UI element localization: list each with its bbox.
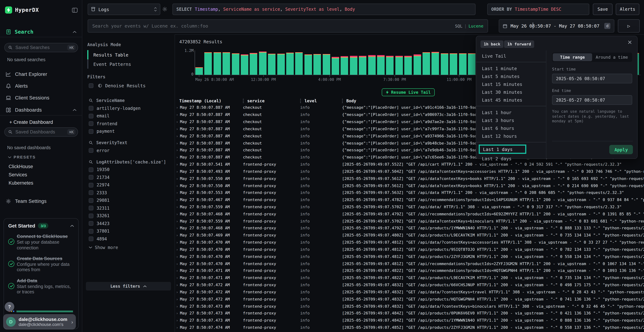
table-row[interactable]: ›May 27 8:50:07.473 AMfrontend-proxyinfo… [175,310,644,317]
expand-row-icon[interactable]: › [175,297,180,301]
table-row[interactable]: ›May 27 8:50:07.474 AMfrontend-proxyinfo… [175,324,644,331]
alerts-button[interactable]: Alerts [616,4,639,15]
histogram-bar[interactable] [214,52,221,75]
source-select[interactable]: Logs [88,4,160,15]
expand-row-icon[interactable]: › [175,326,180,330]
user-card[interactable]: D dale@clickhouse.com dale@clickhouse.co… [3,314,76,330]
table-row[interactable]: ›May 27 8:50:07.471 AMfrontend-proxyinfo… [175,267,644,274]
create-dashboard-button[interactable]: + Create Dashboard [9,120,53,125]
sidebar-collapse-icon[interactable] [72,7,78,13]
less-filters-button[interactable]: Less filters [86,282,171,290]
table-row[interactable]: ›May 27 8:50:07.470 AMfrontend-proxyinfo… [175,246,644,253]
tab-time-range[interactable]: Time range [553,53,592,61]
checkbox[interactable] [89,214,94,218]
checkbox[interactable] [89,175,94,180]
table-row[interactable]: ›May 27 8:50:07.550 AMfrontend-proxyinfo… [175,182,644,189]
filter-option[interactable]: frontend [89,120,170,128]
table-row[interactable]: ›May 27 8:50:07.468 AMfrontend-proxyinfo… [175,210,644,218]
table-row[interactable]: ›May 27 8:50:07.559 AMfrontend-proxyinfo… [175,218,644,225]
column-header-timestamp-local-[interactable]: Timestamp (Local) [175,97,243,104]
filter-option[interactable]: 33261 [89,212,170,220]
histogram-bar[interactable] [304,54,312,75]
analysis-mode-option-event-patterns[interactable]: Event Patterns [87,60,131,69]
table-row[interactable]: ›May 27 8:50:07.471 AMfrontend-proxyinfo… [175,274,644,282]
filter-option[interactable]: 2333 [89,189,170,196]
filter-option[interactable]: 22974 [89,181,170,189]
expand-row-icon[interactable]: › [175,134,180,138]
source-settings-gear-icon[interactable] [162,6,168,12]
chevron-up-icon[interactable] [73,109,76,111]
sql-toggle[interactable]: SQL [455,24,462,28]
histogram-bar[interactable] [286,52,294,75]
histogram-bar[interactable] [377,55,384,75]
histogram-bar[interactable] [232,53,239,75]
expand-row-icon[interactable]: › [175,248,180,252]
order-by-input[interactable]: ORDER BY TimestampTime DESC [487,4,589,15]
histogram-bar[interactable] [450,53,457,75]
preset-item-kubernetes[interactable]: Kubernetes [8,180,33,186]
checkbox[interactable] [89,114,94,118]
filter-option[interactable]: 19350 [89,166,170,174]
expand-row-icon[interactable]: › [175,106,180,110]
filter-option[interactable]: 32311 [89,204,170,212]
sidebar-item-client-sessions[interactable]: Client Sessions [0,93,82,103]
lucene-toggle[interactable]: Lucene [468,24,483,28]
column-resize-handle[interactable] [243,98,244,103]
histogram-bar[interactable] [341,56,348,75]
filter-option[interactable]: artillery-loadgen [89,104,170,112]
checkbox[interactable] [89,122,94,126]
histogram-bar[interactable] [386,56,394,75]
column-resize-handle[interactable] [342,98,343,103]
table-row[interactable]: ›May 27 8:50:07.472 AMfrontend-proxyinfo… [175,282,644,288]
one-hour-forward-button[interactable]: 1h forward [504,40,534,48]
one-hour-back-button[interactable]: 1h back [480,40,504,48]
saved-searches-input[interactable]: Saved Searches ⌘K [4,43,78,52]
run-query-button[interactable]: ▷ [618,19,640,32]
apply-button[interactable]: Apply [610,145,633,154]
expand-row-icon[interactable]: › [175,170,180,174]
table-row[interactable]: ›May 27 8:50:07.472 AMfrontend-proxyinfo… [175,288,644,296]
checkbox[interactable] [89,168,94,172]
expand-row-icon[interactable]: › [175,205,180,209]
histogram-bar[interactable] [277,54,284,75]
sidebar-item-chart-explorer[interactable]: Chart Explorer [0,70,82,79]
table-row[interactable]: ›May 27 8:50:07.469 AMfrontend-proxyinfo… [175,232,644,239]
time-option-last-5-minutes[interactable]: Last 5 minutes [476,72,546,80]
table-row[interactable]: ›May 27 8:50:07.472 AMfrontend-proxyinfo… [175,296,644,303]
expand-row-icon[interactable]: › [175,283,180,287]
expand-row-icon[interactable]: › [175,269,180,273]
histogram-bar[interactable] [222,52,230,75]
end-time-input[interactable]: 2025-05-27 08:50:07 [552,95,632,105]
histogram-bar[interactable] [441,53,448,75]
presets-toggle[interactable]: PRESETS [8,155,36,159]
preset-item-clickhouse[interactable]: ClickHouse [8,164,33,169]
sidebar-item-alerts[interactable]: Alerts [0,81,82,91]
filter-option[interactable]: 21734 [89,174,170,181]
close-icon[interactable]: ✕ [627,39,632,46]
histogram-bar[interactable] [468,53,476,75]
checkbox[interactable] [89,221,94,226]
chevron-up-icon[interactable] [73,30,76,33]
histogram-bar[interactable] [268,54,276,75]
histogram-bar[interactable] [322,54,330,75]
filter-option[interactable]: 37801 [89,227,170,235]
expand-row-icon[interactable]: › [175,262,180,266]
help-button[interactable]: ? [5,302,14,312]
table-row[interactable]: ›May 27 8:50:07.553 AMfrontend-proxyinfo… [175,189,644,196]
table-row[interactable]: ›May 27 8:50:07.541 AMfrontend-proxyinfo… [175,161,644,168]
denoise-results-checkbox[interactable]: Denoise Results [89,83,146,88]
checkbox[interactable] [89,198,94,203]
filter-option[interactable]: 4894 [89,235,170,243]
checkbox[interactable] [89,190,94,195]
table-row[interactable]: ›May 27 8:50:07.473 AMfrontend-proxyinfo… [175,317,644,324]
filter-option[interactable]: email [89,112,170,120]
histogram-bar[interactable] [295,52,303,75]
time-option-last-30-minutes[interactable]: Last 30 minutes [476,88,546,96]
time-option-last-45-minutes[interactable]: Last 45 minutes [476,96,546,104]
expand-row-icon[interactable]: › [175,226,180,230]
save-button[interactable]: Save [593,4,612,15]
histogram-bar[interactable] [368,55,376,75]
search-input[interactable]: Search your events w/ Lucene ex. column:… [88,19,488,32]
time-option-last-2-days[interactable]: Last 2 days [476,154,546,162]
checkbox[interactable] [89,129,94,134]
